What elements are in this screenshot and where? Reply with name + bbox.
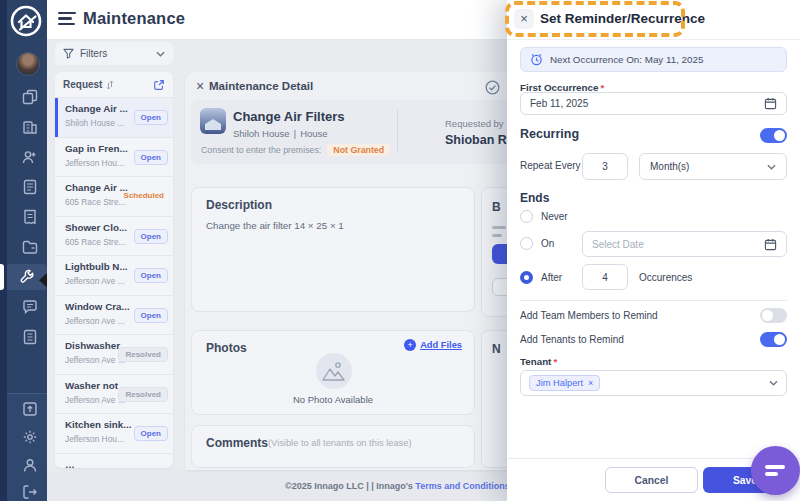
text-fragment [492, 226, 506, 229]
sidebar-item-invoices[interactable] [13, 204, 47, 230]
request-list-item[interactable]: Shower Clo...605 Race Stre...Open [55, 216, 173, 256]
never-label: Never [541, 211, 568, 222]
photo-placeholder-icon [316, 353, 352, 389]
drawer-title: Set Reminder/Recurrence [540, 11, 705, 26]
occurrences-label: Occurences [639, 272, 692, 283]
hidden-card-heading: B [492, 200, 501, 214]
sidebar-item-updates[interactable] [13, 396, 47, 422]
after-label: After [541, 272, 562, 283]
innago-logo-icon[interactable] [9, 4, 43, 38]
users-icon [22, 149, 38, 165]
logout-icon [22, 484, 38, 500]
alarm-clock-icon [530, 53, 543, 66]
sidebar-item-reports[interactable] [13, 324, 47, 350]
ends-after-radio[interactable] [520, 271, 533, 284]
user-avatar[interactable] [16, 52, 40, 76]
sort-icon[interactable] [106, 80, 114, 90]
tenants-toggle-label: Add Tenants to Remind [520, 334, 624, 345]
repeat-unit-select[interactable]: Month(s) [639, 153, 787, 180]
tenant-label: Tenant* [520, 356, 557, 367]
terms-link[interactable]: Terms and Conditions [415, 481, 509, 491]
request-list-item[interactable]: Dishwasher ...Jefferson Ave ...Resolved [55, 334, 173, 374]
drawer-header: × Set Reminder/Recurrence [507, 0, 800, 40]
filters-label: Filters [80, 48, 156, 59]
sidebar-item-messages[interactable] [13, 294, 47, 320]
request-list-item[interactable]: Change Air ...605 Race Stre...Scheduled [55, 176, 173, 216]
comments-hint: (Visible to all tenants on this lease) [268, 438, 412, 448]
check-circle-icon[interactable] [485, 80, 500, 95]
unit-name: House [300, 128, 327, 139]
sidebar-item-account[interactable] [13, 452, 47, 478]
divider [520, 300, 787, 301]
sidebar [0, 0, 47, 501]
consent-status-badge: Not Granted [327, 144, 390, 156]
sidebar-item-tenants[interactable] [13, 144, 47, 170]
copyright-text: ©2025 Innago LLC | | Innago's [285, 481, 413, 491]
lease-doc-icon [22, 179, 38, 195]
repeat-unit-value: Month(s) [650, 161, 689, 172]
sidebar-item-maintenance[interactable] [7, 264, 47, 290]
tenant-select[interactable]: Jim Halpert × [520, 370, 787, 396]
request-title: Change Air Filters [233, 109, 344, 124]
sidebar-item-settings[interactable] [13, 424, 47, 450]
status-badge: Open [134, 110, 168, 125]
chat-lines-icon [765, 465, 785, 469]
first-occurrence-input[interactable]: Feb 11, 2025 [520, 92, 787, 115]
request-list-item[interactable]: Lightbulb N...Jefferson Ave ...Open [55, 255, 173, 295]
reminder-drawer: × Set Reminder/Recurrence Next Occurrenc… [507, 0, 800, 501]
repeat-every-input[interactable]: 3 [582, 153, 628, 180]
property-thumbnail [200, 108, 226, 134]
ends-never-radio[interactable] [520, 210, 533, 223]
chat-lines-icon [765, 472, 778, 476]
occurrences-count-input[interactable]: 4 [582, 264, 628, 290]
sidebar-item-properties[interactable] [13, 114, 47, 140]
chat-fab-button[interactable] [751, 446, 800, 495]
sidebar-item-dashboard[interactable] [13, 84, 47, 110]
separator: | [290, 128, 301, 139]
filters-dropdown[interactable]: Filters [55, 42, 173, 65]
chat-icon [22, 299, 38, 315]
comments-card: Comments (Visible to all tenants on this… [191, 425, 475, 468]
close-detail-icon[interactable]: × [192, 79, 208, 95]
team-members-toggle[interactable] [760, 308, 787, 323]
request-property-line: Shiloh House|House [233, 128, 328, 139]
remove-tenant-icon[interactable]: × [588, 378, 593, 388]
ends-on-radio[interactable] [520, 237, 533, 250]
add-files-button[interactable]: + Add Files [404, 339, 462, 351]
photos-heading: Photos [206, 341, 247, 355]
sidebar-item-files[interactable] [13, 234, 47, 260]
calendar-icon[interactable] [764, 97, 777, 110]
text-fragment [492, 234, 502, 237]
request-column-header: Request [63, 79, 102, 90]
request-list-item[interactable]: Gap in Fren...Jefferson Hou...Open [55, 137, 173, 177]
request-list-item[interactable]: … [55, 453, 173, 469]
funnel-icon [63, 48, 74, 59]
request-list-panel: Request Change Air ...Shiloh House ...Op… [55, 72, 173, 468]
cancel-button[interactable]: Cancel [605, 467, 698, 493]
close-drawer-icon[interactable]: × [514, 9, 534, 29]
request-list-item[interactable]: Change Air ...Shiloh House ...Open [55, 97, 173, 137]
calendar-icon[interactable] [764, 238, 777, 251]
tenant-chip: Jim Halpert × [529, 375, 600, 391]
request-list-item[interactable]: Washer not ...Jefferson Ave ...Resolved [55, 374, 173, 414]
request-list-item[interactable]: Kitchen sink...Jefferson Hou...Open [55, 413, 173, 453]
menu-icon[interactable] [58, 12, 76, 27]
consent-line: Consent to enter the premises:Not Grante… [201, 145, 390, 155]
repeat-every-value: 3 [602, 161, 608, 172]
ends-on-date-input[interactable]: Select Date [582, 231, 787, 257]
recurring-toggle[interactable] [760, 128, 787, 143]
tenants-toggle[interactable] [760, 332, 787, 347]
sidebar-item-logout[interactable] [13, 479, 47, 501]
status-badge: Open [134, 268, 168, 283]
next-occurrence-text: Next Occurrence On: May 11, 2025 [550, 54, 703, 65]
building-icon [22, 119, 38, 135]
status-badge: Resolved [118, 387, 168, 402]
request-item-title: … [65, 459, 167, 469]
photos-card: Photos + Add Files No Photo Available [191, 330, 475, 415]
request-list-item[interactable]: Window Cra...Jefferson Ave ...Open [55, 295, 173, 335]
export-icon[interactable] [153, 79, 165, 91]
next-occurrence-banner: Next Occurrence On: May 11, 2025 [520, 47, 787, 72]
required-asterisk: * [553, 356, 557, 367]
gear-icon [22, 429, 38, 445]
sidebar-item-leases[interactable] [13, 174, 47, 200]
